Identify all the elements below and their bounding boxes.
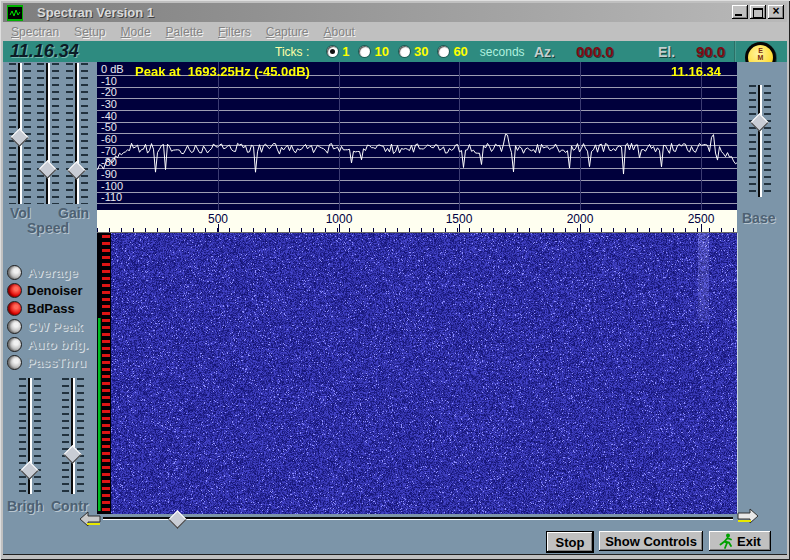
slider-track	[75, 63, 79, 204]
gain-label: Gain	[58, 205, 89, 221]
vol-slider[interactable]	[7, 63, 33, 204]
contr-slider[interactable]	[60, 378, 86, 494]
led-row-denoiser[interactable]: Denoiser	[7, 282, 83, 298]
ticks-option-label: 60	[453, 44, 467, 59]
scroll-left-icon[interactable]	[79, 511, 101, 527]
status-toolbar: 11.16.34 Ticks : 1103060seconds Az. 000.…	[3, 41, 787, 62]
slider-ticks	[764, 85, 771, 197]
show-controls-button[interactable]: Show Controls	[599, 531, 703, 551]
elevation-label: El.	[658, 44, 675, 60]
freq-major-tick	[339, 224, 340, 232]
gain-slider[interactable]	[64, 63, 90, 204]
scroll-right-icon[interactable]	[737, 508, 759, 524]
ticks-radio-1[interactable]	[327, 46, 338, 57]
menu-item-spectran[interactable]: Spectran	[11, 25, 59, 39]
led-label: Denoiser	[27, 283, 83, 298]
ticks-option-label: 10	[374, 44, 388, 59]
menu-item-mode[interactable]: Mode	[121, 25, 151, 39]
waterfall-canvas	[111, 233, 737, 514]
slider-ticks	[749, 85, 756, 197]
marker-bar	[98, 318, 101, 511]
time-tick-marks	[102, 235, 110, 512]
slider-ticks	[62, 378, 69, 494]
speed-slider[interactable]	[35, 63, 61, 204]
exit-button[interactable]: Exit	[709, 531, 771, 551]
brigh-slider[interactable]	[17, 378, 43, 494]
led-indicator[interactable]	[7, 283, 22, 298]
stop-button[interactable]: Stop	[546, 531, 594, 553]
menu-item-palette[interactable]: Palette	[166, 25, 203, 39]
led-row-average[interactable]: Average	[7, 264, 78, 280]
main-panel: 0 dB-10-20-30-40-50-60-70-80-90-100-110P…	[3, 62, 787, 554]
brigh-label: Brigh	[7, 498, 44, 514]
minimize-icon	[735, 14, 742, 16]
led-label: Auto brig.	[27, 337, 88, 352]
slider-ticks	[66, 63, 73, 204]
peak-readout: Peak at 1693.25Hz (-45.0dB)	[135, 64, 310, 79]
led-label: Average	[27, 265, 78, 280]
led-row-passthru[interactable]: PassThru	[7, 354, 86, 370]
led-label: BdPass	[27, 301, 75, 316]
toolbar-separator	[734, 41, 736, 62]
menu-bar: SpectranSetupModePaletteFiltersCaptureAb…	[3, 22, 787, 41]
ticks-radio-60[interactable]	[438, 46, 449, 57]
frequency-minor-ticks	[97, 228, 737, 232]
plot-clock: 11.16.34	[671, 64, 721, 79]
window-title: Spectran Version 1	[37, 5, 154, 20]
led-indicator[interactable]	[7, 337, 22, 352]
slider-ticks	[34, 378, 41, 494]
led-row-cw-peak[interactable]: CW Peak	[7, 318, 83, 334]
base-slider[interactable]	[747, 85, 773, 197]
vol-label: Vol	[10, 205, 31, 221]
led-indicator[interactable]	[7, 355, 22, 370]
scrollbar-thumb[interactable]	[168, 510, 186, 528]
ticks-label: Ticks :	[275, 45, 309, 59]
waterfall-time-strip	[97, 233, 111, 514]
led-row-bdpass[interactable]: BdPass	[7, 300, 75, 316]
slider-ticks	[77, 378, 84, 494]
app-window: Spectran Version 1 × SpectranSetupModePa…	[0, 0, 790, 560]
elevation-value: 90.0	[696, 43, 725, 60]
ticks-radio-10[interactable]	[359, 46, 370, 57]
clock-display: 11.16.34	[10, 41, 79, 62]
minimize-button[interactable]	[732, 5, 748, 19]
freq-major-tick	[459, 224, 460, 232]
freq-major-tick	[580, 224, 581, 232]
ticks-option-label: 1	[342, 44, 349, 59]
running-man-icon	[719, 533, 733, 549]
slider-ticks	[52, 63, 59, 204]
led-label: PassThru	[27, 355, 86, 370]
base-label: Base	[742, 210, 775, 226]
ticks-radio-group: Ticks : 1103060seconds	[275, 44, 525, 59]
title-bar: Spectran Version 1 ×	[3, 3, 787, 22]
scrollbar-track[interactable]	[103, 517, 733, 520]
close-button[interactable]: ×	[768, 5, 784, 19]
led-indicator[interactable]	[7, 319, 22, 334]
maximize-icon	[753, 8, 763, 18]
azimuth-label: Az.	[534, 44, 555, 60]
frequency-scale: 5001000150020002500	[97, 210, 737, 233]
close-icon: ×	[768, 4, 784, 18]
led-label: CW Peak	[27, 319, 83, 334]
spectrum-plot: 0 dB-10-20-30-40-50-60-70-80-90-100-110P…	[97, 62, 737, 210]
led-indicator[interactable]	[7, 301, 22, 316]
led-row-auto-brig-[interactable]: Auto brig.	[7, 336, 88, 352]
radio-dot	[330, 49, 335, 54]
led-indicator[interactable]	[7, 265, 22, 280]
seconds-label: seconds	[480, 45, 525, 59]
freq-major-tick	[701, 224, 702, 232]
speed-label: Speed	[27, 220, 69, 236]
menu-item-filters[interactable]: Filters	[218, 25, 251, 39]
slider-ticks	[81, 63, 88, 204]
slider-ticks	[19, 378, 26, 494]
menu-item-capture[interactable]: Capture	[266, 25, 309, 39]
slider-ticks	[37, 63, 44, 204]
frequency-scrollbar[interactable]	[103, 512, 733, 526]
slider-track	[46, 63, 50, 204]
ticks-radio-30[interactable]	[399, 46, 410, 57]
ticks-option-label: 30	[414, 44, 428, 59]
slider-track	[71, 378, 75, 494]
menu-item-about[interactable]: About	[324, 25, 355, 39]
maximize-button[interactable]	[750, 5, 766, 19]
menu-item-setup[interactable]: Setup	[74, 25, 105, 39]
